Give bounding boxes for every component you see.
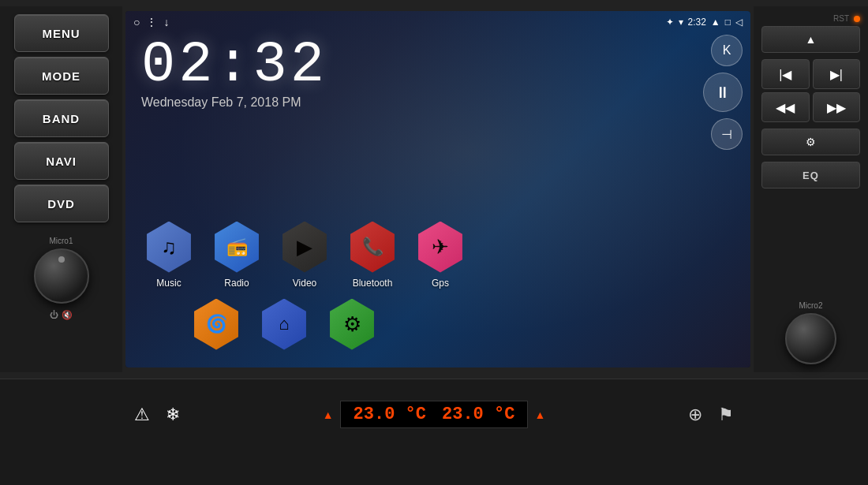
- bluetooth-hex-shape: 📞: [347, 222, 398, 273]
- clock-time: 02:32: [141, 37, 735, 94]
- screen-container: ○ ⋮ ↓ ✦ ▾ 2:32 ▲ □ ◁ 02:32: [125, 11, 750, 367]
- right-top-buttons: ▲ |◀ ▶| ◀◀ ▶▶: [761, 26, 860, 192]
- media-btn-row-1: K: [711, 35, 743, 66]
- status-time: 2:32: [688, 17, 706, 28]
- radio-label: Radio: [224, 278, 249, 289]
- climate-bar: ⚠ ❄ ▲ 23.0 °C 23.0 °C ▲ ⊕ ⚑: [0, 379, 868, 450]
- wifi-status-icon: ▾: [679, 17, 683, 28]
- app1-hex-shape: 🌀: [191, 299, 242, 350]
- dvd-button[interactable]: DVD: [14, 185, 109, 222]
- bluetooth-hex: 📞: [345, 219, 400, 274]
- settings-icon: ⚙: [343, 312, 361, 337]
- ff-btn[interactable]: ▶▶: [813, 92, 861, 122]
- clock-section: 02:32 Wednesday Feb 7, 2018 PM: [125, 33, 750, 110]
- app1-icon[interactable]: 🌀: [189, 297, 244, 352]
- rewind-btn[interactable]: ◀◀: [761, 92, 810, 122]
- radio-hex: 📻: [209, 219, 264, 274]
- date-text: Wednesday Feb 7, 2018: [141, 95, 279, 109]
- square-icon: □: [725, 17, 731, 28]
- right-knob[interactable]: [785, 313, 836, 364]
- period-text: PM: [282, 95, 301, 109]
- bluetooth-label: Bluetooth: [353, 278, 393, 289]
- micro2-label: Micro2: [799, 301, 822, 310]
- ff-icon: ▶▶: [827, 100, 846, 115]
- download-icon: ↓: [163, 16, 169, 28]
- music-hex-shape: ♫: [144, 222, 195, 273]
- skip-btns-row: |◀ ▶|: [761, 59, 860, 89]
- settings-hex-shape: ⚙: [327, 299, 378, 350]
- defrost-icon: ⚑: [718, 405, 734, 425]
- temp-left-up-arrow[interactable]: ▲: [323, 409, 334, 421]
- video-label: Video: [293, 278, 316, 289]
- alarm-icon: ▲: [711, 17, 720, 28]
- micro1-label: Micro1: [49, 237, 73, 245]
- media-controls: K ⏸ ⊣: [703, 35, 743, 150]
- status-right: ✦ ▾ 2:32 ▲ □ ◁: [666, 17, 743, 28]
- app-row-1: ♫ Music 📻 Radio: [141, 219, 735, 289]
- temp-left-value: 23.0 °C: [354, 405, 426, 424]
- rst-label: RST: [833, 14, 849, 23]
- app1-glyph: 🌀: [206, 314, 227, 334]
- dots-icon: ⋮: [146, 16, 157, 28]
- bluetooth-icon: 📞: [362, 237, 383, 257]
- skip-end-btn[interactable]: ⊣: [711, 118, 743, 150]
- pause-btn[interactable]: ⏸: [703, 73, 743, 112]
- home-icon: ⌂: [279, 314, 289, 334]
- home-app[interactable]: ⌂: [256, 297, 312, 352]
- eject-btn[interactable]: ▲: [761, 26, 860, 53]
- left-button-panel: MENU MODE BAND NAVI DVD Micro1 ⏻ 🔇: [0, 6, 122, 372]
- head-unit: MENU MODE BAND NAVI DVD Micro1 ⏻ 🔇 ○ ⋮: [0, 0, 868, 379]
- temp-right-value: 23.0 °C: [442, 405, 514, 424]
- temp-display: 23.0 °C 23.0 °C: [340, 401, 529, 428]
- video-hex-shape: ▶: [279, 222, 331, 273]
- radio-app[interactable]: 📻 Radio: [209, 219, 264, 289]
- volume-knob[interactable]: [34, 248, 89, 304]
- circle-icon: ○: [133, 16, 140, 28]
- bluetooth-app[interactable]: 📞 Bluetooth: [345, 219, 400, 289]
- back-icon: ◁: [735, 17, 743, 28]
- climate-center: ▲ 23.0 °C 23.0 °C ▲: [323, 401, 546, 428]
- home-hex-shape: ⌂: [259, 299, 310, 350]
- video-icon: ▶: [297, 235, 312, 259]
- prev-track-btn[interactable]: |◀: [761, 59, 810, 89]
- menu-button[interactable]: MENU: [14, 14, 109, 52]
- music-hex: ♫: [141, 219, 196, 274]
- radio-hex-shape: 📻: [211, 222, 263, 273]
- eq-btn[interactable]: EQ: [761, 162, 860, 188]
- led-orange: [854, 16, 860, 22]
- skip-start-btn[interactable]: K: [711, 35, 743, 66]
- temp-right-up-arrow[interactable]: ▲: [534, 409, 545, 421]
- gps-app[interactable]: ✈ Gps: [413, 219, 468, 289]
- engine-warn-icon: ⚠: [134, 405, 150, 425]
- android-screen: ○ ⋮ ↓ ✦ ▾ 2:32 ▲ □ ◁ 02:32: [125, 11, 750, 367]
- music-icon: ♫: [161, 235, 177, 259]
- navi-button[interactable]: NAVI: [14, 142, 109, 180]
- gps-label: Gps: [432, 278, 449, 289]
- settings-btn[interactable]: ⚙: [761, 129, 860, 155]
- climate-left-icons: ⚠ ❄: [134, 405, 180, 425]
- media-btn-row-3: ⊣: [711, 118, 743, 150]
- video-app[interactable]: ▶ Video: [277, 219, 332, 289]
- settings-app[interactable]: ⚙: [324, 297, 380, 352]
- next-icon: ▶|: [830, 67, 843, 82]
- mode-button[interactable]: MODE: [14, 57, 109, 95]
- music-app[interactable]: ♫ Music: [141, 219, 196, 289]
- next-track-btn[interactable]: ▶|: [813, 59, 861, 89]
- ff-btns-row: ◀◀ ▶▶: [761, 92, 860, 122]
- gps-hex: ✈: [413, 219, 468, 274]
- clock-date: Wednesday Feb 7, 2018 PM: [141, 95, 735, 110]
- gps-icon: ✈: [432, 235, 449, 259]
- gear-icon: ⚙: [806, 136, 816, 148]
- eject-icon: ▲: [806, 33, 817, 46]
- right-knob-area: Micro2: [761, 293, 860, 364]
- band-button[interactable]: BAND: [14, 99, 109, 137]
- video-hex: ▶: [277, 219, 332, 274]
- power-icons: ⏻ 🔇: [50, 310, 72, 320]
- media-btn-row-2: ⏸: [703, 73, 743, 112]
- bluetooth-status-icon: ✦: [666, 17, 674, 28]
- radio-icon: 📻: [226, 237, 248, 257]
- climate-right-icons: ⊕ ⚑: [688, 405, 734, 425]
- vent-icon: ⊕: [688, 405, 702, 425]
- settings-hex: ⚙: [324, 297, 380, 352]
- fan-icon: ❄: [166, 405, 180, 425]
